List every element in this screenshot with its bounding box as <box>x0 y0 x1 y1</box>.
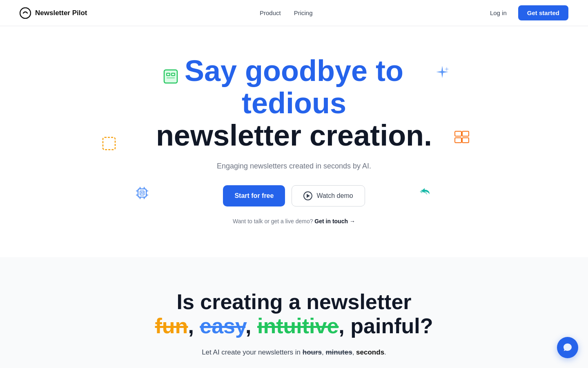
watch-demo-label: Watch demo <box>316 192 353 200</box>
svg-rect-10 <box>138 189 146 197</box>
word-hours: hours <box>303 348 322 356</box>
logo-text: Newsletter Pilot <box>35 9 87 17</box>
sub-suffix: . <box>384 348 386 356</box>
play-triangle-icon <box>307 194 310 198</box>
hero-subtitle: Engaging newsletters created in seconds … <box>217 162 371 171</box>
nav-link-product[interactable]: Product <box>260 9 281 16</box>
svg-text:AI: AI <box>141 191 144 194</box>
hero-buttons: Start for free Watch demo <box>223 185 365 206</box>
reply-icon <box>418 184 433 201</box>
word-minutes: minutes <box>325 348 352 356</box>
svg-point-0 <box>20 8 31 18</box>
login-button[interactable]: Log in <box>485 7 512 19</box>
svg-rect-5 <box>103 137 115 150</box>
hero-contact-text: Want to talk or get a live demo? <box>233 218 313 224</box>
hero-title-blue: Say goodbye to tedious <box>185 54 403 119</box>
sub-prefix: Let AI create your newsletters in <box>202 348 303 356</box>
word-seconds: seconds <box>356 348 384 356</box>
hero-section: AI Say goodbye to tedious newsletter cre… <box>0 26 588 257</box>
start-for-free-button[interactable]: Start for free <box>223 185 285 206</box>
play-circle-icon <box>303 191 312 200</box>
get-in-touch-link[interactable]: Get in touch → <box>314 218 355 224</box>
section2-title: Is creating a newsletter fun, easy, intu… <box>10 290 578 339</box>
word-easy: easy <box>200 314 245 338</box>
get-started-button[interactable]: Get started <box>518 5 568 20</box>
section2-subtitle: Let AI create your newsletters in hours,… <box>10 348 578 357</box>
section2-title-line1: Is creating a newsletter <box>176 290 411 314</box>
section2: Is creating a newsletter fun, easy, intu… <box>0 257 588 368</box>
word-intuitive: intuitive <box>257 314 339 338</box>
hero-title: Say goodbye to tedious newsletter creati… <box>131 55 457 152</box>
nav-links: Product Pricing <box>260 9 313 16</box>
chat-bubble-button[interactable] <box>557 337 578 358</box>
bracket-yellow-icon <box>102 137 116 153</box>
word-fun: fun <box>155 314 188 338</box>
hero-contact: Want to talk or get a live demo? Get in … <box>233 218 355 224</box>
logo[interactable]: Newsletter Pilot <box>20 7 87 19</box>
word-painful: painful? <box>350 314 433 338</box>
svg-rect-9 <box>462 138 469 143</box>
chat-icon <box>562 342 573 353</box>
hero-title-dark: newsletter creation. <box>156 119 432 152</box>
nav-link-pricing[interactable]: Pricing <box>294 9 313 16</box>
svg-rect-7 <box>462 131 469 136</box>
watch-demo-button[interactable]: Watch demo <box>292 185 365 206</box>
nav-actions: Log in Get started <box>485 5 568 20</box>
logo-icon <box>20 7 31 19</box>
svg-rect-11 <box>140 191 144 195</box>
navbar: Newsletter Pilot Product Pricing Log in … <box>0 0 588 26</box>
ai-chip-icon: AI <box>135 186 149 203</box>
